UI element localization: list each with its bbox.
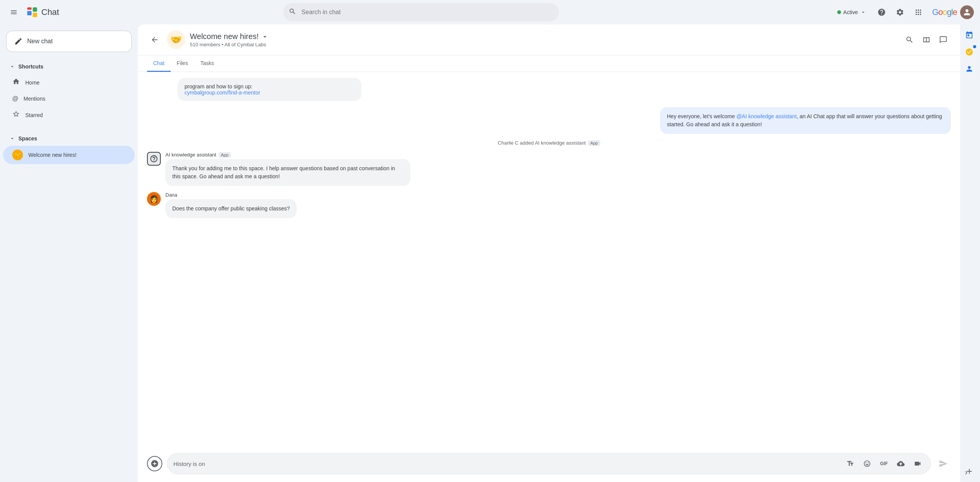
chat-tabs: Chat Files Tasks: [138, 55, 960, 72]
search-icon: [289, 8, 296, 17]
shortcuts-header[interactable]: Shortcuts: [3, 60, 135, 73]
sidebar-item-starred[interactable]: Starred: [3, 106, 135, 124]
dana-avatar: 👩: [147, 192, 161, 206]
tab-chat[interactable]: Chat: [147, 55, 171, 72]
spaces-label: Spaces: [18, 135, 37, 142]
back-button[interactable]: [147, 32, 162, 47]
scroll-right-button[interactable]: [960, 467, 972, 479]
outgoing-message-bubble: Hey everyone, let's welcome @AI knowledg…: [660, 107, 951, 134]
header-search-button[interactable]: [902, 32, 917, 47]
space-icon: 🤝: [12, 150, 23, 160]
ai-message-content: AI knowledge assistant App Thank you for…: [165, 152, 951, 186]
chat-subtitle: 510 members • All of Cymbal Labs: [190, 42, 897, 47]
outgoing-message-row: Hey everyone, let's welcome @AI knowledg…: [147, 107, 951, 134]
topbar: Chat Active Google: [0, 0, 980, 24]
calendar-sidebar-button[interactable]: [962, 28, 977, 43]
apps-button[interactable]: [911, 5, 926, 20]
dana-message-row: 👩 Dana Does the company offer public spe…: [147, 192, 951, 218]
sidebar: New chat Shortcuts Home @ Mentions: [0, 24, 138, 482]
msg1-prefix: Hey everyone, let's welcome: [667, 113, 737, 119]
sidebar-item-starred-label: Starred: [25, 112, 43, 118]
msg1-mention[interactable]: @AI knowledge assistant: [737, 113, 797, 119]
format-text-button[interactable]: [843, 457, 857, 471]
sidebar-item-home-label: Home: [25, 80, 39, 86]
sidebar-item-welcome-new-hires[interactable]: 🤝 Welcome new hires!: [3, 146, 135, 164]
emoji-button[interactable]: [860, 457, 874, 471]
system-msg-text: Charlie C added AI knowledge assistant: [498, 140, 586, 146]
gif-button[interactable]: GIF: [877, 457, 891, 471]
status-label: Active: [843, 9, 858, 15]
dana-sender-name: Dana: [165, 192, 951, 198]
right-sidebar: [960, 24, 978, 482]
space-emoji: 🤝: [167, 31, 185, 49]
message-input[interactable]: [173, 461, 840, 467]
truncated-message: program and how to sign up: cymbalgroup.…: [178, 78, 361, 101]
google-logo: Google: [932, 7, 957, 17]
ai-message-bubble: Thank you for adding me to this space. I…: [165, 159, 410, 186]
search-input[interactable]: [283, 3, 559, 21]
settings-button[interactable]: [892, 5, 908, 20]
message-input-area: GIF: [138, 448, 960, 482]
truncated-text: program and how to sign up:: [185, 83, 252, 90]
right-area: 🤝 Welcome new hires! 510 members • All o…: [138, 24, 978, 482]
add-attachment-button[interactable]: [147, 456, 162, 471]
split-panel-button[interactable]: [919, 32, 934, 47]
contacts-sidebar-button[interactable]: [962, 61, 977, 77]
messages-area: program and how to sign up: cymbalgroup.…: [138, 72, 960, 448]
ai-app-badge: App: [219, 152, 231, 158]
svg-rect-3: [33, 13, 37, 17]
shortcuts-label: Shortcuts: [18, 64, 43, 70]
tab-files[interactable]: Files: [171, 55, 194, 72]
send-button[interactable]: [936, 456, 951, 471]
chat-panel: 🤝 Welcome new hires! 510 members • All o…: [138, 24, 960, 482]
sidebar-item-mentions-label: Mentions: [24, 96, 46, 102]
help-button[interactable]: [874, 5, 889, 20]
sidebar-item-home[interactable]: Home: [3, 74, 135, 91]
system-message: Charlie C added AI knowledge assistant A…: [147, 140, 951, 146]
video-call-button[interactable]: [911, 457, 924, 471]
upload-button[interactable]: [894, 457, 908, 471]
menu-button[interactable]: [6, 5, 21, 20]
tasks-sidebar-button[interactable]: [962, 44, 977, 60]
svg-rect-1: [27, 11, 31, 15]
svg-rect-2: [33, 7, 37, 11]
new-chat-button[interactable]: New chat: [6, 31, 132, 52]
tab-tasks[interactable]: Tasks: [194, 55, 220, 72]
topbar-left: Chat: [6, 5, 144, 20]
chat-header: 🤝 Welcome new hires! 510 members • All o…: [138, 24, 960, 55]
dana-message-content: Dana Does the company offer public speak…: [165, 192, 951, 218]
topbar-right: Active Google: [833, 5, 974, 20]
chat-title-text: Welcome new hires!: [190, 32, 259, 41]
avatar[interactable]: [960, 5, 974, 19]
threads-button[interactable]: [936, 32, 951, 47]
chat-header-actions: [902, 32, 951, 47]
chat-header-info: Welcome new hires! 510 members • All of …: [190, 32, 897, 47]
mentions-icon: @: [12, 95, 18, 102]
main-content: New chat Shortcuts Home @ Mentions: [0, 24, 980, 482]
status-dot: [837, 10, 841, 14]
system-msg-badge: App: [588, 140, 600, 146]
ai-sender-name: AI knowledge assistant App: [165, 152, 951, 158]
svg-rect-4: [27, 7, 31, 10]
shortcuts-section: Shortcuts Home @ Mentions Starred: [0, 58, 138, 125]
ai-message-row: AI knowledge assistant App Thank you for…: [147, 152, 951, 186]
space-label: Welcome new hires!: [28, 152, 77, 158]
chat-title[interactable]: Welcome new hires!: [190, 32, 897, 41]
ai-avatar: [147, 152, 161, 166]
home-icon: [12, 78, 20, 87]
status-button[interactable]: Active: [833, 7, 871, 18]
dana-message-bubble: Does the company offer public speaking c…: [165, 199, 297, 218]
app-logo: Chat: [26, 6, 59, 18]
spaces-header[interactable]: Spaces: [3, 132, 135, 145]
starred-icon: [12, 110, 20, 120]
sidebar-item-mentions[interactable]: @ Mentions: [3, 91, 135, 106]
new-chat-label: New chat: [27, 38, 53, 45]
truncated-link[interactable]: cymbalgroup.com/find-a-mentor: [185, 90, 260, 96]
message-input-box: GIF: [167, 453, 931, 474]
app-title: Chat: [41, 7, 59, 17]
search-bar-container: [283, 3, 559, 21]
spaces-section: Spaces 🤝 Welcome new hires!: [0, 132, 138, 164]
